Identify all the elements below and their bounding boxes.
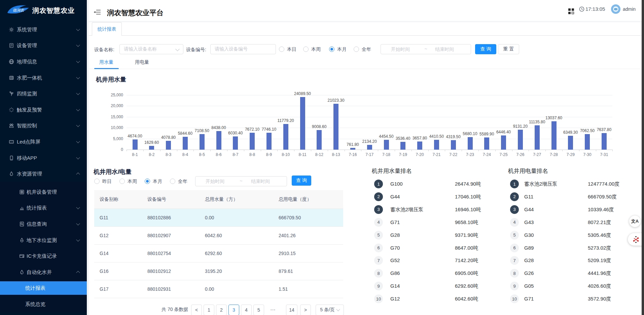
pagination-page-1[interactable]: 1 bbox=[204, 305, 214, 315]
table-cell: G14 bbox=[100, 251, 108, 256]
sidebar-item-四情监测[interactable]: 四情监测 bbox=[0, 86, 87, 102]
section2-search-button[interactable]: 查 询 bbox=[292, 176, 311, 186]
radio-全年[interactable] bbox=[170, 179, 175, 184]
sidebar-item-label: 移动APP bbox=[17, 155, 37, 161]
page-size-select[interactable]: 5 条/页 bbox=[316, 305, 344, 315]
pagination-next[interactable]: > bbox=[300, 305, 311, 315]
rank-value: 1247774.00度 bbox=[588, 181, 619, 187]
chevron-down-icon bbox=[76, 43, 80, 47]
bar-7-27 bbox=[535, 125, 540, 150]
sidebar-item-水肥一体机[interactable]: 水肥一体机 bbox=[0, 70, 87, 86]
tab-water-usage[interactable]: 用水量 bbox=[99, 59, 113, 65]
page-scrollbar[interactable] bbox=[642, 0, 644, 315]
table-row[interactable]: G178801029310.001.51 bbox=[94, 280, 343, 298]
table-cell: 879.61 bbox=[279, 269, 293, 274]
sidebar-subitem-IC卡充值记录[interactable]: IC卡充值记录 bbox=[0, 248, 87, 264]
sidebar-item-Led点阵屏[interactable]: Led点阵屏 bbox=[0, 134, 87, 150]
tab-statistics-report[interactable]: 统计报表 bbox=[92, 22, 122, 36]
chevron-down-icon bbox=[76, 139, 80, 143]
table-cell: 880102907 bbox=[147, 233, 171, 238]
axis-tick bbox=[294, 150, 294, 151]
axis-tick bbox=[127, 150, 127, 151]
header-time: 17:13:05 bbox=[585, 6, 605, 12]
table-cell: 0.00 bbox=[205, 215, 214, 220]
collapse-menu-icon[interactable] bbox=[94, 9, 101, 15]
bar-8-8 bbox=[250, 133, 255, 150]
bar-7-18 bbox=[384, 140, 389, 150]
axis-tick bbox=[445, 150, 445, 151]
rank-name: G12 bbox=[390, 296, 400, 302]
sidebar-item-label: 地理信息 bbox=[17, 58, 37, 65]
header-username[interactable]: admin bbox=[623, 6, 636, 12]
sidebar-item-设备管理[interactable]: 设备管理 bbox=[0, 38, 87, 54]
rank-badge: 4 bbox=[374, 218, 383, 227]
search-button[interactable]: 查 询 bbox=[475, 44, 496, 54]
sidebar-item-触发及预警[interactable]: 触发及预警 bbox=[0, 102, 87, 118]
sidebar-subitem-自动化水井[interactable]: 自动化水井 bbox=[0, 264, 87, 280]
translate-widget-button[interactable]: 文A bbox=[629, 216, 641, 227]
radio-本周[interactable] bbox=[303, 46, 309, 52]
sidebar-subitem-统计报表[interactable]: 统计报表 bbox=[0, 200, 87, 216]
pagination-page-4[interactable]: 4 bbox=[241, 305, 252, 315]
table-cell: 880102931 bbox=[147, 286, 171, 292]
section2-date-range-input[interactable]: 开始时间 ~ 结束时间 bbox=[195, 176, 287, 186]
tab-power-usage[interactable]: 用电量 bbox=[135, 59, 149, 65]
pagination-page-14[interactable]: 14 bbox=[286, 305, 297, 315]
sidebar-subsubitem-系统总览[interactable]: 系统总览 bbox=[0, 296, 87, 312]
sidebar-item-地理信息[interactable]: 地理信息 bbox=[0, 54, 87, 70]
apps-grid-icon[interactable] bbox=[568, 8, 574, 14]
sidebar-item-系统管理[interactable]: 系统管理 bbox=[0, 22, 87, 38]
chevron-down-icon bbox=[76, 206, 80, 209]
sidebar-item-label: 水资源管理 bbox=[17, 171, 42, 177]
axis-tick bbox=[261, 150, 261, 151]
table-row[interactable]: G168801029123195.20879.61 bbox=[94, 262, 343, 280]
sidebar-item-智能控制[interactable]: 智能控制 bbox=[0, 118, 87, 134]
pagination-page-3[interactable]: 3 bbox=[228, 305, 239, 315]
table-cell: 880102912 bbox=[147, 269, 171, 274]
bar-7-22 bbox=[451, 140, 456, 150]
rank-value: 6292.60吨 bbox=[455, 283, 478, 289]
rank-name: G28 bbox=[390, 232, 400, 238]
avatar[interactable] bbox=[611, 4, 620, 14]
pagination-prev[interactable]: < bbox=[191, 305, 202, 315]
bar-value-label: 7637.80 bbox=[589, 127, 619, 132]
table-cell: 1.51 bbox=[279, 286, 288, 292]
device-code-input[interactable]: 请输入设备编号 bbox=[210, 44, 276, 54]
pagination-total: 共 70 条数据 bbox=[162, 307, 188, 313]
sidebar-subitem-地下水位监测[interactable]: 地下水位监测 bbox=[0, 232, 87, 248]
radio-本日[interactable] bbox=[279, 46, 284, 52]
radio-本月[interactable] bbox=[329, 46, 334, 52]
rank-value: 5273.02度 bbox=[588, 245, 611, 251]
pagination-page-5[interactable]: 5 bbox=[253, 305, 264, 315]
pagination-ellipsis[interactable]: ••• bbox=[268, 305, 279, 315]
chevron-down-icon bbox=[76, 59, 80, 63]
axis-tick bbox=[160, 150, 160, 151]
table-row[interactable]: G128801029076042.602401.26 bbox=[94, 227, 343, 245]
bar-8-5 bbox=[200, 134, 205, 150]
y-tick-label: 15,000 bbox=[103, 115, 123, 119]
date-range-input[interactable]: 开始时间 ~ 结束时间 bbox=[381, 44, 471, 54]
sidebar-subitem-机井设备管理[interactable]: 机井设备管理 bbox=[0, 184, 87, 200]
bar-value-label: 8438.00 bbox=[204, 125, 234, 130]
sidebar-item-水资源管理[interactable]: 水资源管理 bbox=[0, 166, 87, 182]
axis-tick bbox=[177, 150, 177, 151]
radio-本月[interactable] bbox=[145, 179, 150, 184]
radio-全年[interactable] bbox=[354, 46, 359, 52]
radio-昨日[interactable] bbox=[94, 179, 100, 184]
reset-button[interactable]: 重 置 bbox=[498, 44, 519, 54]
bar-8-2 bbox=[149, 146, 154, 150]
rank-value: 16946.10吨 bbox=[455, 207, 481, 213]
sidebar-item-移动APP[interactable]: 移动APP bbox=[0, 150, 87, 166]
device-name-select[interactable]: 请输入设备名称 bbox=[119, 44, 183, 54]
section2-title: 机井用水/电量 bbox=[94, 168, 132, 176]
radio-label-本日: 本日 bbox=[287, 46, 296, 53]
table-cell: 666709.50 bbox=[279, 215, 301, 220]
pagination-page-2[interactable]: 2 bbox=[216, 305, 227, 315]
brand-title: 润农智慧农业 bbox=[32, 6, 75, 15]
sidebar-subsubitem-统计报表[interactable]: 统计报表 bbox=[0, 280, 87, 296]
table-cell: 2401.26 bbox=[279, 233, 296, 238]
radio-本周[interactable] bbox=[119, 179, 125, 184]
sidebar-subitem-信息查询[interactable]: 信息查询 bbox=[0, 216, 87, 232]
table-row[interactable]: G148801027546292.602910.15 bbox=[94, 245, 343, 262]
table-row[interactable]: G118801028860.00666709.50 bbox=[94, 209, 343, 227]
